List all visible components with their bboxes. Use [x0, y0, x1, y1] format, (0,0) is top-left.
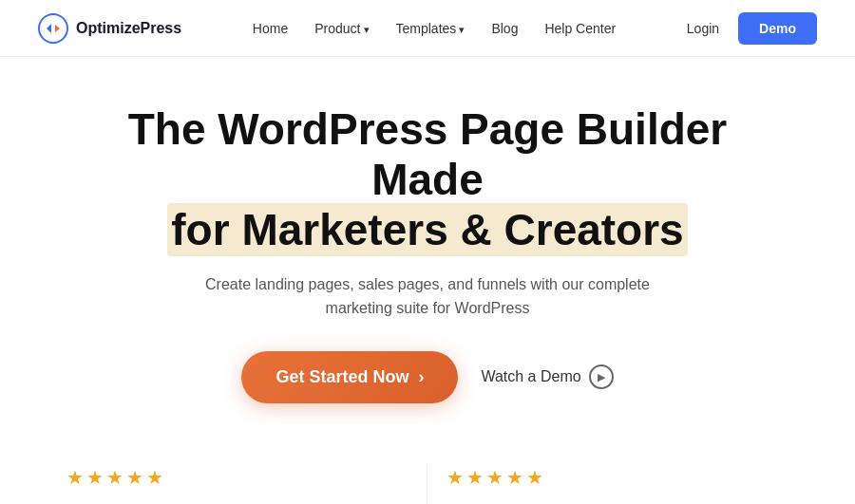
- nav-blog[interactable]: Blog: [491, 21, 518, 36]
- star-icon: ★: [466, 466, 484, 489]
- stars-2: ★ ★ ★ ★ ★: [446, 466, 788, 489]
- testimonial-text-1: OptimizePress has been my go-to landing …: [66, 500, 408, 504]
- get-started-button[interactable]: Get Started Now ›: [241, 351, 458, 403]
- watch-demo-label: Watch a Demo: [481, 368, 580, 385]
- stars-1: ★ ★ ★ ★ ★: [66, 466, 408, 489]
- watch-demo-button[interactable]: Watch a Demo ▶: [481, 364, 613, 389]
- star-icon: ★: [146, 466, 163, 489]
- main-nav: OptimizePress Home Product Templates Blo…: [0, 0, 855, 57]
- demo-button[interactable]: Demo: [738, 12, 817, 45]
- nav-help-center[interactable]: Help Center: [544, 21, 616, 36]
- logo[interactable]: OptimizePress: [38, 13, 181, 44]
- play-icon: ▶: [589, 364, 614, 389]
- hero-headline: The WordPress Page Builder Made for Mark…: [95, 104, 760, 255]
- get-started-label: Get Started Now: [276, 367, 408, 387]
- star-icon: ★: [66, 466, 84, 489]
- hero-subheadline: Create landing pages, sales pages, and f…: [190, 272, 665, 321]
- svg-point-0: [39, 14, 67, 43]
- hero-cta: Get Started Now › Watch a Demo ▶: [38, 351, 817, 403]
- nav-templates[interactable]: Templates: [396, 21, 466, 36]
- star-icon: ★: [446, 466, 464, 489]
- hero-highlight: for Marketers & Creators: [167, 203, 687, 256]
- nav-product[interactable]: Product: [314, 21, 369, 36]
- star-icon: ★: [486, 466, 504, 489]
- testimonial-1: ★ ★ ★ ★ ★ OptimizePress has been my go-t…: [48, 466, 428, 504]
- brand-name: OptimizePress: [76, 20, 181, 37]
- testimonial-text-2: OptimizePress 3 is extremely fast and ea…: [446, 500, 788, 504]
- testimonials-section: ★ ★ ★ ★ ★ OptimizePress has been my go-t…: [0, 432, 855, 504]
- login-link[interactable]: Login: [687, 21, 719, 36]
- star-icon: ★: [86, 466, 104, 489]
- star-icon: ★: [506, 466, 523, 489]
- star-icon: ★: [106, 466, 124, 489]
- nav-links: Home Product Templates Blog Help Center: [253, 20, 616, 37]
- hero-section: The WordPress Page Builder Made for Mark…: [0, 57, 855, 432]
- star-icon: ★: [526, 466, 543, 489]
- nav-right: Login Demo: [687, 12, 817, 45]
- arrow-icon: ›: [418, 367, 424, 387]
- nav-home[interactable]: Home: [253, 21, 288, 36]
- testimonial-2: ★ ★ ★ ★ ★ OptimizePress 3 is extremely f…: [428, 466, 808, 504]
- star-icon: ★: [126, 466, 143, 489]
